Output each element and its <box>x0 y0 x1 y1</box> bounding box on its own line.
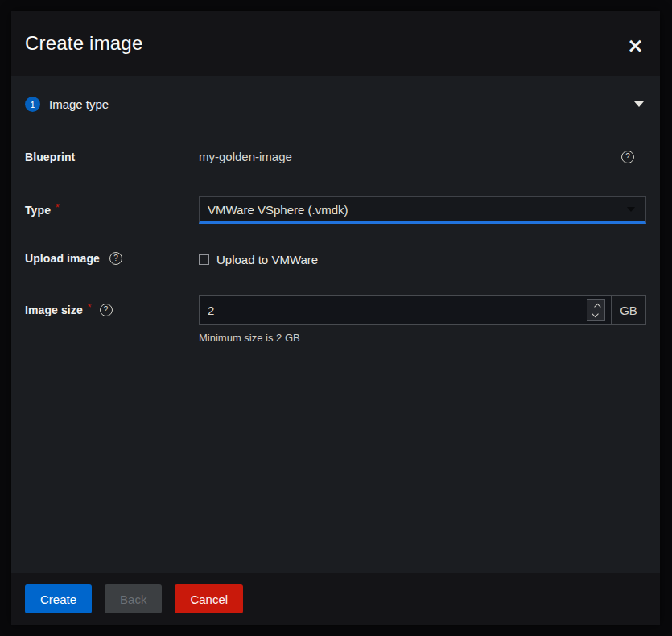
back-button[interactable]: Back <box>105 584 162 613</box>
number-stepper[interactable] <box>587 299 605 321</box>
step-header-image-type[interactable]: 1 Image type <box>25 97 646 134</box>
image-size-input[interactable] <box>208 304 587 317</box>
blueprint-row: Blueprint my-golden-image ? <box>25 150 646 163</box>
modal-header: Create image × <box>11 11 660 76</box>
modal-title: Create image <box>25 32 641 55</box>
required-asterisk: * <box>88 302 92 313</box>
upload-to-vmware-checkbox-label[interactable]: Upload to VMWare <box>216 253 318 266</box>
image-size-row: Image size * ? GB <box>25 295 646 344</box>
image-size-label: Image size <box>25 304 83 316</box>
help-icon[interactable]: ? <box>109 252 122 265</box>
unit-addon: GB <box>611 295 646 325</box>
modal-footer: Create Back Cancel <box>11 573 660 625</box>
help-icon[interactable]: ? <box>100 304 113 316</box>
cancel-button[interactable]: Cancel <box>175 584 243 613</box>
type-row: Type * VMWare VSphere (.vmdk) <box>25 196 646 224</box>
help-icon[interactable]: ? <box>621 151 634 163</box>
create-image-modal: Create image × 1 Image type Blueprint my… <box>11 11 660 625</box>
type-label: Type <box>25 204 51 217</box>
image-size-helper-text: Minimum size is 2 GB <box>199 332 646 344</box>
blueprint-value: my-golden-image <box>199 150 292 163</box>
blueprint-label: Blueprint <box>25 151 75 163</box>
upload-to-vmware-checkbox[interactable] <box>199 254 209 265</box>
upload-image-label: Upload image <box>25 252 100 265</box>
create-button[interactable]: Create <box>25 584 92 613</box>
image-type-selected-value: VMWare VSphere (.vmdk) <box>208 203 348 217</box>
step-number-badge: 1 <box>25 97 40 112</box>
modal-body: 1 Image type Blueprint my-golden-image ?… <box>11 76 660 573</box>
stepper-up-icon[interactable] <box>594 304 600 310</box>
close-icon[interactable]: × <box>627 35 644 56</box>
stepper-down-icon[interactable] <box>592 311 598 317</box>
image-type-form: Blueprint my-golden-image ? Type * VMWar… <box>25 134 646 344</box>
image-type-select[interactable]: VMWare VSphere (.vmdk) <box>199 196 646 224</box>
step-label: Image type <box>49 97 109 111</box>
chevron-down-icon[interactable] <box>634 101 644 107</box>
upload-row: Upload image ? Upload to VMWare <box>25 251 646 266</box>
image-size-input-group: GB <box>199 295 646 325</box>
required-asterisk: * <box>56 202 60 213</box>
select-caret-icon <box>627 207 635 212</box>
